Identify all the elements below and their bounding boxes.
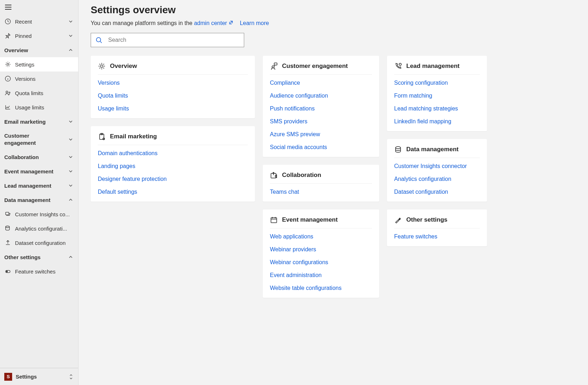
link-scoring-config[interactable]: Scoring configuration [394, 80, 480, 86]
svg-point-18 [399, 63, 401, 65]
card-customer-engagement: Customer engagement Compliance Audience … [263, 56, 379, 157]
link-landing-pages[interactable]: Landing pages [98, 163, 248, 169]
chevron-down-icon [68, 183, 73, 188]
link-domain-auth[interactable]: Domain authentications [98, 150, 248, 157]
sidebar-label: Pinned [15, 33, 32, 39]
card-overview: Overview Versions Quota limits Usage lim… [91, 56, 255, 118]
card-title: Customer engagement [282, 63, 348, 70]
link-linkedin-mapping[interactable]: LinkedIn field mapping [394, 118, 480, 125]
sidebar-section-customer-engagement[interactable]: Customerengagement [0, 129, 78, 150]
svg-rect-15 [274, 63, 277, 65]
card-title: Other settings [406, 216, 447, 223]
page-title: Settings overview [91, 4, 576, 16]
sidebar-item-versions[interactable]: Versions [0, 71, 78, 86]
sidebar-section-label: Overview [4, 47, 28, 53]
link-website-table[interactable]: Website table configurations [270, 285, 372, 291]
link-usage-limits[interactable]: Usage limits [98, 105, 248, 112]
sidebar-section-data-management[interactable]: Data management [0, 193, 78, 207]
info-icon [4, 75, 11, 82]
card-lead-management: Lead management Scoring configuration Fo… [387, 56, 487, 131]
chevron-up-icon [68, 48, 73, 53]
card-other-settings: Other settings Feature switches [387, 209, 487, 246]
sidebar-item-dataset-config[interactable]: Dataset configuration [0, 236, 78, 250]
link-feature-switches[interactable]: Feature switches [394, 233, 480, 240]
link-lead-matching[interactable]: Lead matching strategies [394, 105, 480, 112]
svg-rect-5 [6, 212, 9, 215]
sidebar-section-email-marketing[interactable]: Email marketing [0, 114, 78, 129]
sidebar-section-event-management[interactable]: Event management [0, 164, 78, 178]
link-event-admin[interactable]: Event administration [270, 272, 372, 278]
link-form-matching[interactable]: Form matching [394, 93, 480, 99]
chevron-up-icon [68, 255, 73, 260]
link-analytics-config[interactable]: Analytics configuration [394, 176, 480, 182]
chart-icon [4, 104, 11, 111]
sidebar-item-usage[interactable]: Usage limits [0, 100, 78, 114]
card-data-management: Data management Customer Insights connec… [387, 139, 487, 202]
sidebar-section-label: Other settings [4, 254, 41, 260]
sidebar-section-label: Data management [4, 197, 50, 203]
admin-center-link[interactable]: admin center [194, 20, 233, 26]
sidebar-section-label: Collaboration [4, 154, 39, 160]
learn-more-link[interactable]: Learn more [240, 20, 269, 26]
link-versions[interactable]: Versions [98, 80, 248, 86]
chevron-down-icon [68, 137, 73, 142]
svg-rect-17 [271, 218, 277, 223]
sidebar-item-quota[interactable]: Quota limits [0, 86, 78, 100]
svg-point-10 [101, 65, 103, 68]
link-azure-sms[interactable]: Azure SMS preview [270, 131, 372, 138]
calendar-icon [270, 216, 278, 224]
toggle-icon [4, 268, 11, 275]
link-sms-providers[interactable]: SMS providers [270, 118, 372, 125]
link-web-apps[interactable]: Web applications [270, 233, 372, 240]
svg-point-8 [6, 271, 8, 272]
sidebar-section-collaboration[interactable]: Collaboration [0, 150, 78, 164]
area-switcher[interactable]: S Settings [0, 368, 78, 385]
database-icon [4, 225, 11, 232]
sidebar-section-other-settings[interactable]: Other settings [0, 250, 78, 264]
card-title: Email marketing [110, 133, 157, 140]
link-social-media[interactable]: Social media accounts [270, 144, 372, 150]
chevron-down-icon [68, 19, 73, 24]
svg-point-6 [6, 226, 10, 228]
link-push-notifications[interactable]: Push notifications [270, 105, 372, 112]
link-ci-connector[interactable]: Customer Insights connector [394, 163, 480, 169]
card-title: Overview [110, 63, 137, 70]
card-event-management: Event management Web applications Webina… [263, 209, 379, 298]
sidebar-label: Versions [15, 76, 36, 82]
svg-point-19 [396, 147, 401, 149]
sidebar-label: Customer Insights co... [15, 211, 70, 217]
connector-icon [4, 211, 11, 218]
link-webinar-configs[interactable]: Webinar configurations [270, 259, 372, 266]
link-quota-limits[interactable]: Quota limits [98, 93, 248, 99]
card-collaboration: Collaboration Teams chat [263, 165, 379, 202]
external-link-icon [228, 20, 233, 25]
upload-icon [4, 239, 11, 246]
link-compliance[interactable]: Compliance [270, 80, 372, 86]
link-teams-chat[interactable]: Teams chat [270, 189, 372, 195]
sidebar-label: Recent [15, 19, 32, 25]
card-email-marketing: Email marketing Domain authentications L… [91, 126, 255, 202]
area-badge: S [4, 373, 12, 381]
sidebar-item-pinned[interactable]: Pinned [0, 29, 78, 43]
sidebar-item-recent[interactable]: Recent [0, 14, 78, 29]
link-dataset-config[interactable]: Dataset configuration [394, 189, 480, 195]
hamburger-menu-icon[interactable] [5, 5, 11, 10]
link-designer-protection[interactable]: Designer feature protection [98, 176, 248, 182]
sidebar-label: Settings [15, 61, 34, 68]
link-default-settings[interactable]: Default settings [98, 189, 248, 195]
sidebar-section-overview[interactable]: Overview [0, 43, 78, 57]
search-box[interactable] [91, 33, 244, 47]
search-input[interactable] [108, 37, 240, 43]
sidebar-section-lead-management[interactable]: Lead management [0, 178, 78, 193]
svg-point-3 [6, 91, 8, 93]
person-chat-icon [270, 62, 278, 70]
svg-point-4 [9, 92, 10, 93]
sidebar-item-feature-switches[interactable]: Feature switches [0, 264, 78, 278]
sidebar-item-analytics-config[interactable]: Analytics configurati... [0, 221, 78, 236]
gear-icon [4, 61, 11, 68]
sidebar-item-settings[interactable]: Settings [0, 57, 78, 71]
sidebar: Recent Pinned Overview [0, 0, 79, 385]
sidebar-item-customer-insights[interactable]: Customer Insights co... [0, 207, 78, 221]
link-webinar-providers[interactable]: Webinar providers [270, 246, 372, 253]
link-audience-config[interactable]: Audience configuration [270, 93, 372, 99]
